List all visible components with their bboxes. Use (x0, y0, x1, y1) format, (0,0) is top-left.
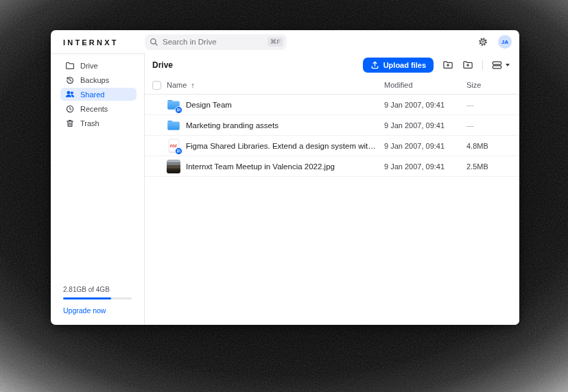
storage-progress-track (63, 297, 132, 299)
file-name: Internxt Team Meetup in Valencia 2022.jp… (186, 162, 342, 171)
table-header: Name ↑ Modified Size (145, 76, 519, 94)
file-row-design-team[interactable]: Design Team 9 Jan 2007, 09:41 — (145, 95, 519, 115)
people-icon (65, 90, 75, 99)
storage-section: 2.81GB of 4GB Upgrade now (51, 286, 144, 325)
column-header-modified[interactable]: Modified (384, 81, 466, 89)
image-thumbnail (167, 160, 180, 173)
upload-files-button[interactable]: Upload files (363, 58, 434, 73)
upload-files-label: Upload files (383, 61, 426, 69)
upload-icon (370, 60, 379, 69)
file-modified: 9 Jan 2007, 09:41 (384, 101, 466, 109)
column-header-name[interactable]: Name (167, 81, 187, 89)
view-mode-toggle[interactable] (492, 60, 510, 70)
file-row-valencia-jpg[interactable]: Internxt Team Meetup in Valencia 2022.jp… (145, 156, 519, 177)
user-avatar[interactable]: JA (498, 35, 512, 49)
titlebar: INTERNXT Search in Drive ⌘F JA (51, 30, 519, 53)
sidebar-item-backups[interactable]: Backups (60, 73, 137, 86)
search-shortcut-badge: ⌘F (268, 37, 283, 47)
shared-folder-icon (167, 98, 180, 112)
select-all-checkbox[interactable] (152, 81, 161, 90)
trash-icon (65, 119, 75, 128)
empty-area (145, 177, 519, 325)
folder-icon (65, 61, 75, 70)
column-header-size[interactable]: Size (466, 81, 519, 89)
sidebar: Drive Backups (51, 53, 145, 325)
search-input[interactable]: Search in Drive ⌘F (145, 34, 287, 50)
sidebar-item-recents[interactable]: Recents (60, 102, 137, 115)
chevron-down-icon (506, 64, 510, 66)
upload-folder-button[interactable] (442, 60, 453, 70)
shared-badge-icon (175, 106, 182, 114)
sidebar-item-shared[interactable]: Shared (60, 88, 137, 101)
search-placeholder: Search in Drive (163, 38, 268, 46)
pdf-label: PDF (170, 144, 178, 148)
file-row-marketing-assets[interactable]: Marketing branding assets 9 Jan 2007, 09… (145, 115, 519, 136)
main-content: Drive Upload files (145, 53, 519, 325)
pdf-file-icon: PDF (167, 139, 180, 153)
storage-usage-text: 2.81GB of 4GB (63, 286, 144, 293)
file-modified: 9 Jan 2007, 09:41 (384, 121, 466, 130)
history-icon (65, 75, 75, 85)
upgrade-now-link[interactable]: Upgrade now (63, 306, 106, 315)
content-toolbar: Drive Upload files (145, 53, 519, 76)
search-icon (150, 38, 158, 47)
sidebar-item-label: Backups (80, 76, 109, 84)
toolbar-separator (482, 60, 483, 70)
file-row-figma-pdf[interactable]: PDF Figma Shared Libraries. Extend a des… (145, 136, 519, 156)
clock-icon (65, 104, 75, 114)
sidebar-item-label: Drive (80, 62, 98, 70)
sidebar-item-trash[interactable]: Trash (60, 117, 137, 130)
internxt-logo: INTERNXT (63, 38, 119, 47)
file-name: Design Team (186, 101, 239, 109)
list-view-icon (492, 60, 502, 70)
sidebar-item-drive[interactable]: Drive (60, 59, 137, 72)
file-size: — (466, 121, 519, 130)
sidebar-item-label: Recents (80, 105, 108, 113)
sort-ascending-icon[interactable]: ↑ (191, 81, 195, 89)
shared-badge-icon (175, 147, 182, 155)
storage-progress-fill (63, 297, 111, 299)
new-folder-button[interactable] (462, 60, 473, 70)
sidebar-item-label: Shared (80, 90, 104, 99)
file-name: Figma Shared Libraries. Extend a design … (186, 142, 384, 150)
breadcrumb[interactable]: Drive (152, 60, 173, 70)
file-name: Marketing branding assets (186, 121, 285, 130)
file-size: 4.8MB (466, 142, 519, 150)
file-modified: 9 Jan 2007, 09:41 (384, 142, 466, 150)
app-window: INTERNXT Search in Drive ⌘F JA (51, 30, 519, 325)
file-size: 2.5MB (466, 162, 519, 171)
sidebar-item-label: Trash (80, 119, 99, 127)
file-size: — (466, 101, 519, 109)
folder-icon (167, 119, 180, 132)
file-modified: 9 Jan 2007, 09:41 (384, 162, 466, 171)
settings-gear-icon[interactable] (478, 37, 488, 47)
